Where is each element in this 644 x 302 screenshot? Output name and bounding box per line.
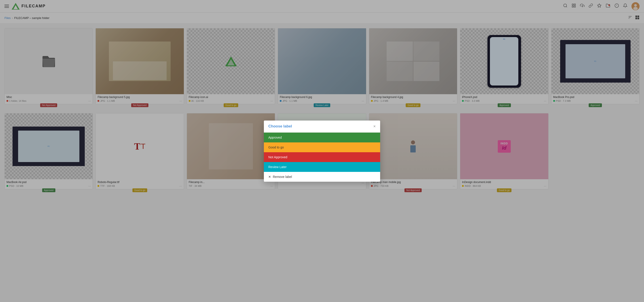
modal-overlay[interactable]: Choose label × Approved Good to go Not A… [0, 0, 644, 200]
modal-title: Choose label [268, 124, 292, 129]
label-option-not-approved[interactable]: Not Approved [264, 152, 380, 162]
modal-close-button[interactable]: × [373, 124, 376, 129]
label-option-remove[interactable]: ✕ Remove label [264, 172, 380, 182]
label-option-good-to-go[interactable]: Good to go [264, 143, 380, 152]
remove-label-text: Remove label [273, 175, 292, 178]
choose-label-modal: Choose label × Approved Good to go Not A… [264, 121, 380, 182]
label-option-review-later[interactable]: Review Later [264, 162, 380, 172]
label-option-approved[interactable]: Approved [264, 133, 380, 143]
modal-header: Choose label × [264, 121, 380, 133]
remove-x-icon: ✕ [268, 175, 271, 178]
